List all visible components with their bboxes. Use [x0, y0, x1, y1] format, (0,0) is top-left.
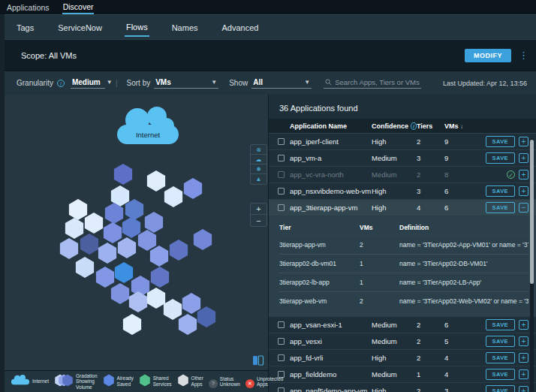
app-hexagon[interactable]	[145, 212, 163, 233]
app-hexagon[interactable]	[98, 243, 116, 264]
tab-tags[interactable]: Tags	[15, 18, 35, 36]
app-hexagon[interactable]	[151, 267, 169, 288]
column-tiers[interactable]: Tiers	[417, 122, 444, 130]
save-button[interactable]: SAVE	[486, 185, 515, 197]
tier-row[interactable]: 3tierapp-app-vm2name = '3TierApp02-App-V…	[279, 236, 528, 255]
alert-triangle-icon[interactable]: ▲	[251, 174, 266, 184]
app-hexagon[interactable]	[147, 170, 165, 191]
row-checkbox[interactable]	[278, 321, 285, 328]
app-hexagon[interactable]	[138, 230, 156, 251]
table-row[interactable]: app_vm-aMedium39SAVE+	[269, 150, 536, 167]
nav-item-applications[interactable]: Applications	[6, 2, 50, 14]
expand-button[interactable]: +	[519, 353, 528, 363]
granularity-dropdown[interactable]: Medium ▼	[71, 77, 105, 89]
shared-services-filter-icon[interactable]: ❅	[251, 164, 266, 174]
app-hexagon[interactable]	[197, 306, 215, 327]
app-hexagon[interactable]	[123, 314, 141, 335]
row-checkbox[interactable]	[278, 188, 285, 194]
app-hexagon[interactable]	[76, 257, 94, 278]
expand-button[interactable]: +	[519, 137, 528, 146]
app-hexagon[interactable]	[122, 217, 140, 238]
app-hexagon[interactable]	[184, 178, 202, 199]
confidence-info-icon[interactable]: i	[411, 122, 417, 130]
kebab-menu-icon[interactable]: ⋮	[519, 50, 528, 60]
legend-toggle-icon[interactable]	[251, 355, 265, 366]
app-hexagon[interactable]	[80, 234, 98, 255]
app-hexagon[interactable]	[170, 240, 188, 261]
app-hexagon[interactable]	[115, 262, 133, 283]
save-button[interactable]: SAVE	[486, 369, 515, 380]
app-hexagon[interactable]	[65, 218, 83, 239]
column-application-name[interactable]: Application Name	[269, 122, 372, 130]
column-vms[interactable]: VMs ↓	[444, 122, 474, 130]
save-button[interactable]: SAVE	[486, 352, 515, 363]
save-button[interactable]: SAVE	[486, 319, 515, 330]
table-row[interactable]: app_panf5demo-app-vmHigh23SAVE+	[269, 383, 536, 392]
app-hexagon[interactable]	[85, 213, 103, 234]
table-row[interactable]: app_iperf-clientHigh29SAVE+	[269, 134, 536, 150]
app-hexagon[interactable]	[125, 199, 143, 220]
save-button[interactable]: SAVE	[486, 202, 515, 213]
app-hexagon[interactable]	[129, 291, 147, 312]
row-checkbox[interactable]	[278, 354, 285, 361]
table-row[interactable]: app_vc-vra-northMedium28✓+	[269, 167, 536, 183]
app-hexagon[interactable]	[69, 199, 87, 220]
tab-flows[interactable]: Flows	[125, 17, 149, 37]
table-row[interactable]: app_fd-vrliHigh24SAVE+	[269, 350, 536, 366]
row-checkbox[interactable]	[278, 155, 285, 161]
expand-button[interactable]: +	[519, 369, 528, 379]
tab-servicenow[interactable]: ServiceNow	[56, 18, 104, 36]
modify-button[interactable]: MODIFY	[465, 49, 511, 62]
save-button[interactable]: SAVE	[486, 385, 515, 392]
expand-button[interactable]: +	[519, 153, 528, 163]
hexagon-map[interactable]: Internet	[5, 95, 268, 370]
expand-button[interactable]: +	[519, 170, 528, 179]
save-button[interactable]: SAVE	[486, 336, 515, 347]
tier-row[interactable]: 3tierapp02-db-vm011name = '3TierApp02-DB…	[279, 255, 528, 273]
tier-row[interactable]: 3tierapp-web-vm2name = '3TierApp02-Web-V…	[279, 292, 528, 310]
expand-button[interactable]: +	[519, 336, 528, 346]
app-hexagon[interactable]	[96, 267, 114, 288]
app-hexagon[interactable]	[194, 229, 212, 250]
row-checkbox[interactable]	[278, 204, 285, 211]
expand-button[interactable]: +	[519, 320, 528, 330]
column-confidence[interactable]: Confidence i	[372, 122, 417, 130]
app-hexagon[interactable]	[182, 293, 200, 314]
app-hexagon[interactable]	[104, 222, 122, 243]
tab-names[interactable]: Names	[170, 18, 200, 36]
internet-filter-icon[interactable]: ☁	[251, 155, 266, 164]
zoom-in-button[interactable]: +	[251, 204, 266, 215]
table-row[interactable]: app_fielddemoMedium14SAVE+	[269, 366, 536, 383]
row-checkbox[interactable]	[278, 171, 285, 178]
app-hexagon[interactable]	[150, 246, 168, 267]
app-hexagon[interactable]	[114, 164, 132, 185]
zoom-out-button[interactable]: −	[251, 215, 266, 226]
table-row[interactable]: app_nsxvibdemo-web-vmHigh36SAVE+	[269, 183, 536, 200]
unprotected-filter-icon[interactable]: ⊗	[251, 145, 266, 155]
table-scrollbar[interactable]	[530, 138, 534, 392]
table-row[interactable]: app_3tierapp-app-vmHigh46SAVE−	[269, 200, 536, 216]
row-checkbox[interactable]	[278, 138, 285, 145]
internet-cloud[interactable]: Internet	[117, 107, 179, 144]
app-hexagon[interactable]	[164, 186, 182, 207]
search-input[interactable]	[335, 78, 420, 86]
app-hexagon[interactable]	[111, 283, 129, 304]
scrollbar-thumb[interactable]	[530, 140, 534, 284]
show-dropdown[interactable]: All ▼	[251, 77, 312, 89]
sort-by-dropdown[interactable]: VMs ▼	[154, 77, 218, 89]
nav-item-discover[interactable]: Discover	[62, 1, 95, 14]
table-row[interactable]: app_vsan-esxi-1Medium26SAVE+	[269, 317, 536, 333]
app-hexagon[interactable]	[179, 314, 197, 335]
expand-button[interactable]: +	[519, 386, 528, 392]
tier-row[interactable]: 3tierapp02-lb-app1name = '3TierApp02-LB-…	[279, 273, 528, 292]
app-hexagon[interactable]	[164, 299, 182, 320]
app-hexagon[interactable]	[118, 237, 136, 258]
granularity-info-icon[interactable]: i	[57, 80, 65, 87]
table-row[interactable]: app_vesxiMedium25SAVE+	[269, 333, 536, 350]
expand-button[interactable]: +	[519, 186, 528, 196]
tab-advanced[interactable]: Advanced	[221, 18, 260, 36]
app-hexagon[interactable]	[60, 238, 78, 259]
app-hexagon[interactable]	[147, 288, 165, 309]
save-button[interactable]: SAVE	[486, 152, 515, 164]
row-checkbox[interactable]	[278, 338, 285, 345]
